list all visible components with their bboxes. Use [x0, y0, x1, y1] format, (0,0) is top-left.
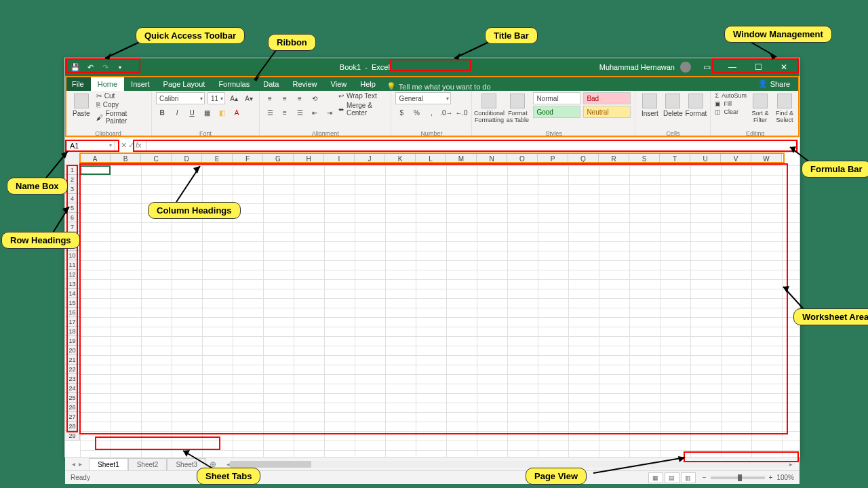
- tab-page-layout[interactable]: Page Layout: [157, 77, 212, 91]
- column-head[interactable]: K: [385, 153, 416, 165]
- sort-filter-button[interactable]: Sort & Filter: [749, 92, 771, 129]
- style-good[interactable]: Good: [533, 106, 580, 118]
- cancel-formula-icon[interactable]: ✕: [121, 141, 127, 150]
- row-head[interactable]: 27: [65, 412, 80, 422]
- sheet-nav-prev-icon[interactable]: ◂: [72, 460, 75, 468]
- align-middle-icon[interactable]: ≡: [279, 92, 291, 104]
- delete-cells-button[interactable]: Delete: [663, 92, 683, 129]
- row-head[interactable]: 4: [65, 194, 80, 203]
- row-head[interactable]: 18: [65, 327, 80, 336]
- row-head[interactable]: 26: [65, 403, 80, 412]
- row-head[interactable]: 21: [65, 355, 80, 365]
- increase-indent-icon[interactable]: ⇥: [323, 106, 336, 119]
- close-icon[interactable]: ✕: [774, 58, 794, 76]
- column-head[interactable]: S: [629, 153, 660, 165]
- tab-formulas[interactable]: Formulas: [212, 77, 256, 91]
- zoom-level[interactable]: 100%: [776, 474, 794, 481]
- row-head[interactable]: 23: [65, 374, 80, 384]
- ribbon-display-icon[interactable]: ▭: [696, 58, 717, 76]
- number-format-dropdown[interactable]: General: [395, 92, 451, 104]
- row-head[interactable]: 14: [65, 289, 80, 298]
- column-head[interactable]: G: [263, 153, 294, 165]
- tab-help[interactable]: Help: [353, 77, 382, 91]
- column-head[interactable]: U: [690, 153, 721, 165]
- column-head[interactable]: P: [538, 153, 568, 165]
- tell-me[interactable]: 💡Tell me what you want to do: [387, 82, 491, 91]
- tab-data[interactable]: Data: [256, 77, 285, 91]
- column-head[interactable]: M: [446, 153, 477, 165]
- column-head[interactable]: E: [202, 153, 233, 165]
- save-icon[interactable]: 💾: [71, 62, 80, 72]
- increase-decimal-icon[interactable]: .0→: [440, 106, 452, 119]
- row-head[interactable]: 10: [65, 251, 80, 260]
- page-layout-view-button[interactable]: ▤: [665, 472, 679, 483]
- tab-view[interactable]: View: [324, 77, 354, 91]
- bold-button[interactable]: B: [156, 106, 168, 119]
- row-head[interactable]: 25: [65, 393, 80, 403]
- row-head[interactable]: 1: [65, 165, 80, 175]
- normal-view-button[interactable]: ▦: [648, 472, 663, 483]
- style-bad[interactable]: Bad: [583, 92, 631, 104]
- row-head[interactable]: 29: [65, 431, 80, 441]
- copy-button[interactable]: ⎘Copy: [96, 101, 147, 108]
- active-cell-a1[interactable]: [80, 165, 111, 175]
- format-as-table-button[interactable]: Format as Table: [505, 92, 530, 129]
- autosum-button[interactable]: ΣAutoSum: [715, 92, 747, 99]
- underline-button[interactable]: U: [186, 106, 198, 119]
- column-head[interactable]: F: [233, 153, 263, 165]
- conditional-formatting-button[interactable]: Conditional Formatting: [476, 92, 502, 129]
- undo-icon[interactable]: ↶: [85, 62, 95, 72]
- font-size-dropdown[interactable]: 11: [208, 92, 225, 104]
- format-painter-button[interactable]: 🖌Format Painter: [96, 110, 147, 125]
- merge-center-button[interactable]: ⬌Merge & Center: [338, 102, 387, 117]
- zoom-in-button[interactable]: +: [769, 474, 773, 481]
- share-button[interactable]: 👤Share: [749, 77, 800, 91]
- column-head[interactable]: T: [660, 153, 690, 165]
- sheet-tab-1[interactable]: Sheet1: [89, 458, 128, 470]
- row-head[interactable]: 19: [65, 336, 80, 346]
- customize-qat-icon[interactable]: ▾: [115, 62, 125, 72]
- fill-color-icon[interactable]: ◧: [216, 106, 228, 119]
- column-head[interactable]: O: [507, 153, 538, 165]
- row-head[interactable]: 11: [65, 260, 80, 270]
- paste-button[interactable]: Paste: [69, 92, 94, 129]
- style-neutral[interactable]: Neutral: [583, 106, 631, 118]
- redo-icon[interactable]: ↷: [100, 62, 110, 72]
- font-color-icon[interactable]: A: [231, 106, 243, 119]
- row-head[interactable]: 24: [65, 384, 80, 393]
- column-head[interactable]: B: [111, 153, 141, 165]
- row-head[interactable]: 20: [65, 346, 80, 355]
- column-head[interactable]: N: [477, 153, 507, 165]
- column-head[interactable]: R: [599, 153, 629, 165]
- percent-icon[interactable]: %: [410, 106, 422, 119]
- avatar[interactable]: [680, 62, 691, 73]
- decrease-decimal-icon[interactable]: ←.0: [455, 106, 467, 119]
- wrap-text-button[interactable]: ↩Wrap Text: [338, 92, 387, 100]
- align-right-icon[interactable]: ☰: [294, 106, 306, 119]
- row-head[interactable]: 28: [65, 422, 80, 431]
- column-head[interactable]: A: [80, 153, 111, 165]
- align-center-icon[interactable]: ≡: [279, 106, 291, 119]
- align-bottom-icon[interactable]: ≡: [294, 92, 306, 104]
- tab-review[interactable]: Review: [285, 77, 323, 91]
- select-all-button[interactable]: [65, 153, 80, 165]
- decrease-font-icon[interactable]: A▾: [243, 92, 255, 104]
- tab-home[interactable]: Home: [91, 77, 124, 91]
- minimize-icon[interactable]: —: [722, 58, 743, 76]
- italic-button[interactable]: I: [171, 106, 183, 119]
- align-top-icon[interactable]: ≡: [264, 92, 276, 104]
- row-head[interactable]: 22: [65, 365, 80, 374]
- column-headings[interactable]: ABCDEFGHIJKLMNOPQRSTUVW: [80, 153, 782, 165]
- row-head[interactable]: 12: [65, 270, 80, 279]
- find-select-button[interactable]: Find & Select: [774, 92, 795, 129]
- column-head[interactable]: D: [172, 153, 202, 165]
- row-head[interactable]: 16: [65, 308, 80, 317]
- row-headings[interactable]: 1234567891011121314151617181920212223242…: [65, 165, 80, 457]
- horizontal-scrollbar[interactable]: ◂ ▸: [226, 460, 793, 468]
- zoom-slider[interactable]: [711, 476, 765, 479]
- clear-button[interactable]: ◫Clear: [715, 108, 747, 115]
- row-head[interactable]: 6: [65, 213, 80, 222]
- orientation-icon[interactable]: ⟲: [309, 92, 321, 104]
- column-head[interactable]: I: [324, 153, 355, 165]
- column-head[interactable]: W: [751, 153, 782, 165]
